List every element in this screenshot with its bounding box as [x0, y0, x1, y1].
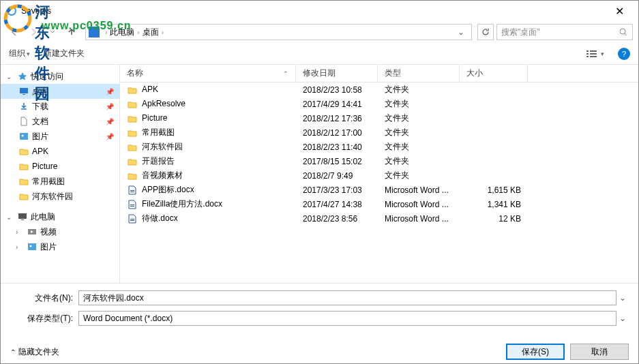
filetype-label: 保存类型(T):	[10, 313, 78, 324]
view-icon	[586, 49, 598, 59]
file-type: 文件夹	[378, 112, 460, 124]
video-icon	[27, 228, 38, 236]
breadcrumb[interactable]: › 此电脑 › 桌面 › ⌄	[85, 24, 472, 40]
filetype-dropdown[interactable]: ⌄	[616, 314, 629, 323]
filename-dropdown[interactable]: ⌄	[616, 293, 629, 303]
cancel-button[interactable]: 取消	[570, 344, 629, 360]
file-name: ApkResolve	[142, 99, 185, 108]
folder-icon	[127, 156, 138, 167]
column-name[interactable]: 名称⌃	[120, 65, 296, 82]
svg-rect-15	[21, 219, 24, 220]
search-input[interactable]: 搜索"桌面"	[496, 24, 633, 40]
svg-rect-6	[586, 53, 589, 55]
refresh-button[interactable]	[477, 24, 494, 40]
column-headers: 名称⌃ 修改日期 类型 大小	[120, 65, 638, 82]
docx-icon	[127, 199, 138, 210]
tree-pictures2[interactable]: ›图片	[1, 239, 119, 254]
column-type[interactable]: 类型	[378, 65, 460, 82]
file-name: 待做.docx	[142, 213, 178, 223]
file-date: 2017/4/27 14:38	[296, 200, 378, 209]
tree-this-pc[interactable]: ⌄此电脑	[1, 209, 119, 224]
organize-button[interactable]: 组织▾	[9, 48, 30, 59]
svg-rect-12	[20, 133, 28, 140]
file-row[interactable]: 音视频素材2018/2/7 9:49文件夹	[120, 168, 638, 183]
tree-picture[interactable]: Picture	[1, 159, 119, 174]
column-size[interactable]: 大小	[460, 65, 528, 82]
tree-apk[interactable]: APK	[1, 144, 119, 159]
chevron-right-icon: ›	[137, 29, 139, 36]
file-row[interactable]: FileZilla使用方法.docx2017/4/27 14:38Microso…	[120, 197, 638, 211]
svg-rect-21	[130, 204, 134, 205]
window-title: Save As	[21, 6, 606, 16]
svg-point-3	[620, 29, 625, 34]
file-row[interactable]: 河东软件园2018/2/23 11:40文件夹	[120, 140, 638, 154]
file-size: 1,615 KB	[460, 185, 528, 195]
picture-icon	[27, 243, 38, 251]
file-type: Microsoft Word ...	[378, 214, 460, 224]
folder-icon	[127, 170, 138, 181]
save-button[interactable]: 保存(S)	[506, 344, 565, 360]
file-name: 音视频素材	[142, 170, 183, 180]
tree-desktop[interactable]: 桌面📌	[1, 84, 119, 99]
pin-icon: 📌	[106, 118, 114, 125]
file-size: 12 KB	[460, 214, 528, 224]
file-row[interactable]: 待做.docx2018/2/23 8:56Microsoft Word ...1…	[120, 211, 638, 226]
forward-button[interactable]	[25, 24, 42, 40]
file-type: 文件夹	[378, 141, 460, 153]
close-button[interactable]: ✕	[606, 5, 633, 18]
svg-point-13	[22, 135, 24, 137]
help-button[interactable]: ?	[618, 48, 630, 60]
back-button[interactable]	[6, 24, 23, 40]
svg-rect-19	[130, 190, 134, 191]
file-row[interactable]: APP图标.docx2017/3/23 17:03Microsoft Word …	[120, 183, 638, 197]
file-row[interactable]: 常用截图2018/2/12 17:00文件夹	[120, 125, 638, 140]
action-bar: ⌃ 隐藏文件夹 保存(S) 取消	[1, 338, 638, 364]
tree-quick-access[interactable]: ⌄快速访问	[1, 69, 119, 84]
tree-pictures[interactable]: 图片📌	[1, 129, 119, 144]
tree-downloads[interactable]: 下载📌	[1, 99, 119, 114]
folder-icon	[18, 192, 29, 200]
breadcrumb-dropdown[interactable]: ⌄	[454, 27, 469, 37]
new-folder-button[interactable]: 新建文件夹	[44, 48, 85, 59]
file-date: 2017/4/29 14:41	[296, 100, 378, 109]
folder-icon	[127, 127, 138, 138]
up-button[interactable]	[63, 24, 80, 40]
svg-rect-8	[586, 56, 589, 57]
file-date: 2018/2/23 10:58	[296, 85, 378, 95]
file-row[interactable]: 开题报告2017/8/15 15:02文件夹	[120, 154, 638, 168]
svg-rect-4	[586, 50, 589, 52]
folder-icon	[127, 113, 138, 124]
tree-common-shot[interactable]: 常用截图	[1, 174, 119, 189]
tree-hedong[interactable]: 河东软件园	[1, 189, 119, 204]
file-list[interactable]: 名称⌃ 修改日期 类型 大小 APK2018/2/23 10:58文件夹ApkR…	[120, 65, 638, 283]
file-type: 文件夹	[378, 155, 460, 167]
svg-rect-7	[590, 53, 597, 55]
app-icon	[6, 5, 17, 16]
chevron-right-icon: ›	[105, 29, 107, 36]
nav-tree[interactable]: ⌄快速访问 桌面📌 下载📌 文档📌 图片📌 APK Picture 常用截图 河…	[1, 65, 120, 283]
view-options-button[interactable]: ▾	[586, 49, 604, 59]
svg-rect-24	[130, 220, 134, 221]
filename-input[interactable]	[78, 290, 616, 305]
breadcrumb-part[interactable]: 此电脑	[110, 27, 134, 38]
hide-folders-toggle[interactable]: ⌃ 隐藏文件夹	[10, 346, 59, 358]
monitor-icon	[17, 213, 28, 221]
breadcrumb-part[interactable]: 桌面	[143, 27, 159, 38]
document-icon	[18, 117, 29, 126]
monitor-icon	[89, 27, 100, 37]
tree-videos[interactable]: ›视频	[1, 224, 119, 239]
filetype-select[interactable]: Word Document (*.docx)	[78, 311, 616, 326]
file-row[interactable]: ApkResolve2017/4/29 14:41文件夹	[120, 97, 638, 111]
recent-dropdown[interactable]	[44, 24, 61, 40]
file-type: Microsoft Word ...	[378, 185, 460, 195]
file-row[interactable]: Picture2018/2/12 17:36文件夹	[120, 111, 638, 125]
file-row[interactable]: APK2018/2/23 10:58文件夹	[120, 82, 638, 97]
tree-documents[interactable]: 文档📌	[1, 114, 119, 129]
file-type: 文件夹	[378, 84, 460, 95]
navbar: › 此电脑 › 桌面 › ⌄ 搜索"桌面"	[1, 21, 638, 43]
folder-icon	[18, 162, 29, 170]
sort-icon: ⌃	[283, 70, 288, 77]
file-name: APP图标.docx	[142, 185, 194, 194]
column-date[interactable]: 修改日期	[296, 65, 378, 82]
svg-rect-14	[18, 213, 27, 219]
